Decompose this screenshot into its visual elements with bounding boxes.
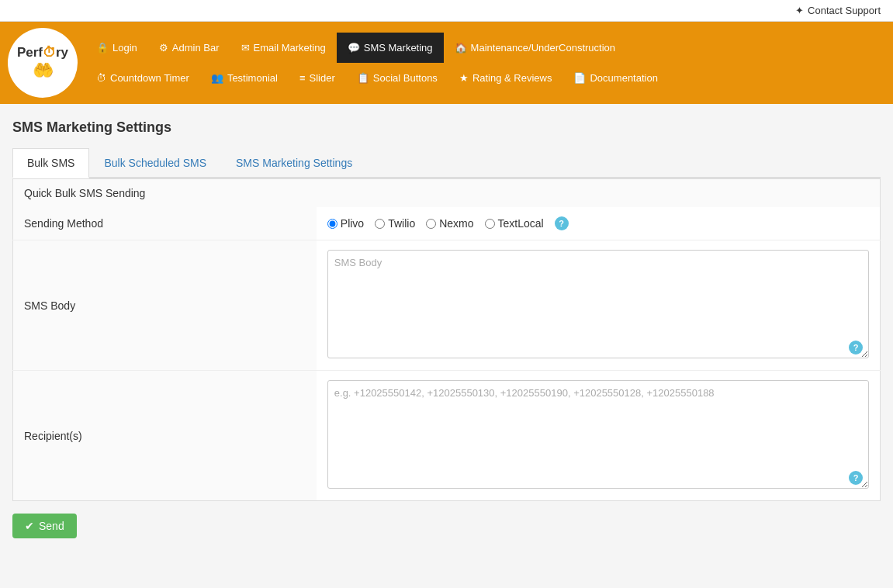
page-title: SMS Marketing Settings [12, 119, 881, 136]
recipients-field: ? [317, 371, 881, 501]
nav-login[interactable]: 🔒 Login [85, 33, 148, 63]
sms-body-help-icon[interactable]: ? [849, 341, 863, 355]
lock-icon: 🔒 [96, 42, 109, 54]
nav-email-marketing-label: Email Marketing [254, 42, 326, 54]
sending-method-label: Sending Method [13, 207, 317, 240]
nav-area: 🔒 Login ⚙ Admin Bar ✉ Email Marketing 💬 … [85, 33, 885, 93]
recipients-help-icon[interactable]: ? [849, 471, 863, 485]
help-circle-recipients-icon[interactable]: ? [849, 471, 863, 485]
tab-bulk-scheduled-sms[interactable]: Bulk Scheduled SMS [89, 148, 221, 178]
recipients-wrapper: ? [327, 380, 869, 491]
sms-body-label: SMS Body [13, 240, 317, 371]
doc-icon: 📄 [573, 72, 586, 84]
header: Perf⏱ry 🤲 🔒 Login ⚙ Admin Bar ✉ Email Ma… [0, 22, 893, 104]
top-bar: ✦ Contact Support [0, 0, 893, 22]
radio-group-sending-method: Plivo Twilio Nexmo TextLocal [327, 216, 869, 230]
radio-textlocal[interactable]: TextLocal [485, 217, 544, 230]
primary-nav: 🔒 Login ⚙ Admin Bar ✉ Email Marketing 💬 … [85, 33, 885, 63]
form-table: Quick Bulk SMS Sending Sending Method Pl… [12, 178, 881, 501]
timer-icon: ⏱ [96, 72, 106, 84]
nav-admin-bar[interactable]: ⚙ Admin Bar [148, 33, 230, 63]
sms-body-field: ? [317, 240, 881, 371]
tabs: Bulk SMS Bulk Scheduled SMS SMS Marketin… [12, 148, 881, 178]
nav-slider[interactable]: ≡ Slider [289, 63, 346, 93]
nav-maintenance-label: Maintenance/UnderConstruction [471, 42, 615, 54]
sending-method-row: Sending Method Plivo Twilio [13, 207, 881, 240]
nav-admin-bar-label: Admin Bar [172, 42, 220, 54]
logo[interactable]: Perf⏱ry 🤲 [8, 28, 78, 98]
send-check-icon: ✔ [25, 520, 34, 532]
sms-body-row: SMS Body ? [13, 240, 881, 371]
radio-twilio[interactable]: Twilio [375, 217, 415, 230]
radio-textlocal-label: TextLocal [498, 217, 544, 230]
contact-support-link[interactable]: ✦ Contact Support [795, 5, 881, 16]
nav-sms-marketing[interactable]: 💬 SMS Marketing [337, 33, 444, 63]
sending-method-help-icon[interactable]: ? [555, 216, 569, 230]
logo-hand-icon: 🤲 [33, 61, 54, 81]
nav-testimonial[interactable]: 👥 Testimonial [200, 63, 289, 93]
recipients-label: Recipient(s) [13, 371, 317, 501]
contact-support-label: Contact Support [808, 5, 881, 16]
radio-plivo-label: Plivo [341, 217, 364, 230]
social-icon: 📋 [357, 72, 369, 84]
nav-sms-marketing-label: SMS Marketing [364, 42, 433, 54]
send-button-label: Send [39, 520, 64, 532]
nav-rating-reviews[interactable]: ★ Rating & Reviews [448, 63, 563, 93]
sending-method-field: Plivo Twilio Nexmo TextLocal [317, 207, 881, 240]
radio-plivo-input[interactable] [327, 219, 337, 229]
nav-social-buttons[interactable]: 📋 Social Buttons [346, 63, 448, 93]
radio-twilio-input[interactable] [375, 219, 385, 229]
tab-bulk-sms[interactable]: Bulk SMS [12, 148, 89, 178]
chat-icon: 💬 [348, 42, 360, 54]
gear-icon: ⚙ [159, 42, 168, 54]
secondary-nav: ⏱ Countdown Timer 👥 Testimonial ≡ Slider… [85, 63, 885, 93]
nav-testimonial-label: Testimonial [227, 72, 278, 84]
nav-rating-label: Rating & Reviews [472, 72, 552, 84]
logo-container: Perf⏱ry 🤲 [17, 46, 68, 81]
nav-countdown-timer[interactable]: ⏱ Countdown Timer [85, 63, 200, 93]
slider-icon: ≡ [299, 72, 306, 84]
radio-nexmo[interactable]: Nexmo [426, 217, 473, 230]
section-header: Quick Bulk SMS Sending [13, 179, 881, 208]
nav-countdown-label: Countdown Timer [110, 72, 189, 84]
radio-textlocal-input[interactable] [485, 219, 495, 229]
radio-nexmo-input[interactable] [426, 219, 436, 229]
contact-support-icon: ✦ [795, 5, 804, 16]
send-button[interactable]: ✔ Send [12, 514, 77, 538]
page-content: SMS Marketing Settings Bulk SMS Bulk Sch… [0, 104, 893, 554]
nav-documentation-label: Documentation [590, 72, 657, 84]
radio-plivo[interactable]: Plivo [327, 217, 364, 230]
star-icon: ★ [459, 72, 469, 84]
sms-body-textarea[interactable] [327, 250, 869, 358]
home-icon: 🏠 [455, 42, 467, 54]
nav-documentation[interactable]: 📄 Documentation [562, 63, 668, 93]
email-icon: ✉ [241, 42, 250, 54]
nav-login-label: Login [112, 42, 137, 54]
nav-social-label: Social Buttons [373, 72, 438, 84]
radio-twilio-label: Twilio [388, 217, 415, 230]
recipients-row: Recipient(s) ? [13, 371, 881, 501]
radio-nexmo-label: Nexmo [439, 217, 473, 230]
nav-email-marketing[interactable]: ✉ Email Marketing [230, 33, 337, 63]
logo-brand-text: Perf⏱ry [17, 46, 68, 59]
help-circle-icon[interactable]: ? [849, 341, 863, 355]
nav-maintenance[interactable]: 🏠 Maintenance/UnderConstruction [444, 33, 626, 63]
people-icon: 👥 [211, 72, 223, 84]
tab-sms-marketing-settings[interactable]: SMS Marketing Settings [221, 148, 367, 178]
nav-slider-label: Slider [310, 72, 335, 84]
sms-body-wrapper: ? [327, 250, 869, 361]
recipients-textarea[interactable] [327, 380, 869, 489]
